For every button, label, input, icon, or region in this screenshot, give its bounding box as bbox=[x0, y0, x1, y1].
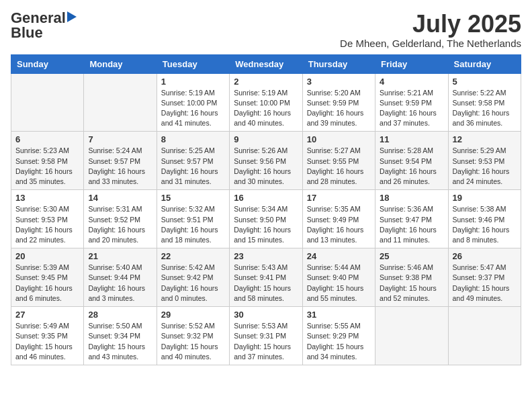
calendar-cell: 22Sunrise: 5:42 AM Sunset: 9:42 PM Dayli… bbox=[157, 248, 229, 307]
calendar-cell: 7Sunrise: 5:24 AM Sunset: 9:57 PM Daylig… bbox=[84, 132, 157, 190]
calendar-cell: 10Sunrise: 5:27 AM Sunset: 9:55 PM Dayli… bbox=[302, 132, 375, 190]
calendar-cell bbox=[375, 307, 448, 365]
day-number: 24 bbox=[307, 251, 371, 261]
day-info: Sunrise: 5:35 AM Sunset: 9:49 PM Dayligh… bbox=[307, 204, 371, 245]
day-info: Sunrise: 5:43 AM Sunset: 9:41 PM Dayligh… bbox=[234, 263, 298, 304]
day-info: Sunrise: 5:47 AM Sunset: 9:37 PM Dayligh… bbox=[453, 263, 517, 304]
day-info: Sunrise: 5:34 AM Sunset: 9:50 PM Dayligh… bbox=[234, 204, 298, 245]
calendar-cell: 1Sunrise: 5:19 AM Sunset: 10:00 PM Dayli… bbox=[157, 73, 229, 132]
calendar-week-2: 6Sunrise: 5:23 AM Sunset: 9:58 PM Daylig… bbox=[11, 132, 521, 190]
day-info: Sunrise: 5:27 AM Sunset: 9:55 PM Dayligh… bbox=[307, 146, 371, 187]
logo-text: General bbox=[11, 11, 66, 26]
calendar-cell: 4Sunrise: 5:21 AM Sunset: 9:59 PM Daylig… bbox=[375, 73, 448, 132]
col-header-wednesday: Wednesday bbox=[230, 54, 302, 73]
calendar-header-row: SundayMondayTuesdayWednesdayThursdayFrid… bbox=[11, 54, 521, 73]
day-number: 8 bbox=[161, 134, 225, 144]
day-info: Sunrise: 5:49 AM Sunset: 9:35 PM Dayligh… bbox=[15, 321, 79, 362]
day-number: 23 bbox=[234, 251, 298, 261]
calendar-cell: 13Sunrise: 5:30 AM Sunset: 9:53 PM Dayli… bbox=[11, 190, 84, 248]
day-number: 28 bbox=[88, 310, 152, 320]
calendar-cell: 21Sunrise: 5:40 AM Sunset: 9:44 PM Dayli… bbox=[84, 248, 157, 307]
col-header-tuesday: Tuesday bbox=[157, 54, 229, 73]
col-header-monday: Monday bbox=[84, 54, 157, 73]
day-info: Sunrise: 5:39 AM Sunset: 9:45 PM Dayligh… bbox=[15, 263, 79, 304]
calendar-cell: 25Sunrise: 5:46 AM Sunset: 9:38 PM Dayli… bbox=[375, 248, 448, 307]
calendar-cell: 16Sunrise: 5:34 AM Sunset: 9:50 PM Dayli… bbox=[230, 190, 302, 248]
col-header-saturday: Saturday bbox=[448, 54, 521, 73]
day-number: 13 bbox=[15, 193, 79, 203]
calendar-cell: 14Sunrise: 5:31 AM Sunset: 9:52 PM Dayli… bbox=[84, 190, 157, 248]
day-number: 22 bbox=[161, 251, 225, 261]
calendar-table: SundayMondayTuesdayWednesdayThursdayFrid… bbox=[11, 54, 521, 365]
day-number: 11 bbox=[380, 134, 443, 144]
day-number: 31 bbox=[307, 310, 371, 320]
day-info: Sunrise: 5:38 AM Sunset: 9:46 PM Dayligh… bbox=[453, 204, 517, 245]
day-number: 2 bbox=[234, 77, 298, 87]
day-info: Sunrise: 5:31 AM Sunset: 9:52 PM Dayligh… bbox=[88, 204, 152, 245]
day-number: 15 bbox=[161, 193, 225, 203]
day-number: 16 bbox=[234, 193, 298, 203]
day-number: 19 bbox=[453, 193, 517, 203]
day-info: Sunrise: 5:19 AM Sunset: 10:00 PM Daylig… bbox=[234, 88, 298, 129]
day-info: Sunrise: 5:29 AM Sunset: 9:53 PM Dayligh… bbox=[453, 146, 517, 187]
day-number: 21 bbox=[88, 251, 152, 261]
calendar-cell: 12Sunrise: 5:29 AM Sunset: 9:53 PM Dayli… bbox=[448, 132, 521, 190]
calendar-cell: 8Sunrise: 5:25 AM Sunset: 9:57 PM Daylig… bbox=[157, 132, 229, 190]
calendar-cell: 30Sunrise: 5:53 AM Sunset: 9:31 PM Dayli… bbox=[230, 307, 302, 365]
calendar-cell: 15Sunrise: 5:32 AM Sunset: 9:51 PM Dayli… bbox=[157, 190, 229, 248]
day-number: 6 bbox=[15, 134, 79, 144]
calendar-cell: 18Sunrise: 5:36 AM Sunset: 9:47 PM Dayli… bbox=[375, 190, 448, 248]
day-info: Sunrise: 5:32 AM Sunset: 9:51 PM Dayligh… bbox=[161, 204, 225, 245]
calendar-cell: 29Sunrise: 5:52 AM Sunset: 9:32 PM Dayli… bbox=[157, 307, 229, 365]
calendar-week-3: 13Sunrise: 5:30 AM Sunset: 9:53 PM Dayli… bbox=[11, 190, 521, 248]
day-info: Sunrise: 5:21 AM Sunset: 9:59 PM Dayligh… bbox=[380, 88, 443, 129]
day-number: 12 bbox=[453, 134, 517, 144]
logo-arrow-icon bbox=[67, 11, 77, 22]
day-info: Sunrise: 5:55 AM Sunset: 9:29 PM Dayligh… bbox=[307, 321, 371, 362]
day-info: Sunrise: 5:19 AM Sunset: 10:00 PM Daylig… bbox=[161, 88, 225, 129]
day-number: 17 bbox=[307, 193, 371, 203]
calendar-cell bbox=[448, 307, 521, 365]
calendar-week-1: 1Sunrise: 5:19 AM Sunset: 10:00 PM Dayli… bbox=[11, 73, 521, 132]
day-number: 26 bbox=[453, 251, 517, 261]
calendar-cell: 24Sunrise: 5:44 AM Sunset: 9:40 PM Dayli… bbox=[302, 248, 375, 307]
location-subtitle: De Mheen, Gelderland, The Netherlands bbox=[340, 38, 521, 49]
col-header-sunday: Sunday bbox=[11, 54, 84, 73]
day-number: 20 bbox=[15, 251, 79, 261]
calendar-cell: 9Sunrise: 5:26 AM Sunset: 9:56 PM Daylig… bbox=[230, 132, 302, 190]
calendar-cell: 6Sunrise: 5:23 AM Sunset: 9:58 PM Daylig… bbox=[11, 132, 84, 190]
calendar-cell: 27Sunrise: 5:49 AM Sunset: 9:35 PM Dayli… bbox=[11, 307, 84, 365]
day-number: 10 bbox=[307, 134, 371, 144]
day-info: Sunrise: 5:26 AM Sunset: 9:56 PM Dayligh… bbox=[234, 146, 298, 187]
page-header: General Blue July 2025 De Mheen, Gelderl… bbox=[11, 11, 521, 49]
logo: General Blue bbox=[11, 11, 77, 40]
calendar-cell: 23Sunrise: 5:43 AM Sunset: 9:41 PM Dayli… bbox=[230, 248, 302, 307]
day-number: 14 bbox=[88, 193, 152, 203]
calendar-cell: 20Sunrise: 5:39 AM Sunset: 9:45 PM Dayli… bbox=[11, 248, 84, 307]
day-number: 27 bbox=[15, 310, 79, 320]
day-info: Sunrise: 5:25 AM Sunset: 9:57 PM Dayligh… bbox=[161, 146, 225, 187]
logo-blue: Blue bbox=[11, 26, 43, 40]
col-header-thursday: Thursday bbox=[302, 54, 375, 73]
calendar-cell bbox=[84, 73, 157, 132]
calendar-cell: 3Sunrise: 5:20 AM Sunset: 9:59 PM Daylig… bbox=[302, 73, 375, 132]
day-number: 18 bbox=[380, 193, 443, 203]
calendar-cell: 2Sunrise: 5:19 AM Sunset: 10:00 PM Dayli… bbox=[230, 73, 302, 132]
day-info: Sunrise: 5:44 AM Sunset: 9:40 PM Dayligh… bbox=[307, 263, 371, 304]
day-info: Sunrise: 5:23 AM Sunset: 9:58 PM Dayligh… bbox=[15, 146, 79, 187]
calendar-cell: 26Sunrise: 5:47 AM Sunset: 9:37 PM Dayli… bbox=[448, 248, 521, 307]
calendar-cell: 31Sunrise: 5:55 AM Sunset: 9:29 PM Dayli… bbox=[302, 307, 375, 365]
day-info: Sunrise: 5:52 AM Sunset: 9:32 PM Dayligh… bbox=[161, 321, 225, 362]
day-number: 29 bbox=[161, 310, 225, 320]
day-number: 30 bbox=[234, 310, 298, 320]
day-info: Sunrise: 5:42 AM Sunset: 9:42 PM Dayligh… bbox=[161, 263, 225, 304]
calendar-cell: 28Sunrise: 5:50 AM Sunset: 9:34 PM Dayli… bbox=[84, 307, 157, 365]
calendar-cell: 5Sunrise: 5:22 AM Sunset: 9:58 PM Daylig… bbox=[448, 73, 521, 132]
day-info: Sunrise: 5:53 AM Sunset: 9:31 PM Dayligh… bbox=[234, 321, 298, 362]
day-info: Sunrise: 5:30 AM Sunset: 9:53 PM Dayligh… bbox=[15, 204, 79, 245]
day-info: Sunrise: 5:24 AM Sunset: 9:57 PM Dayligh… bbox=[88, 146, 152, 187]
day-info: Sunrise: 5:50 AM Sunset: 9:34 PM Dayligh… bbox=[88, 321, 152, 362]
day-number: 4 bbox=[380, 77, 443, 87]
day-number: 5 bbox=[453, 77, 517, 87]
calendar-cell: 11Sunrise: 5:28 AM Sunset: 9:54 PM Dayli… bbox=[375, 132, 448, 190]
